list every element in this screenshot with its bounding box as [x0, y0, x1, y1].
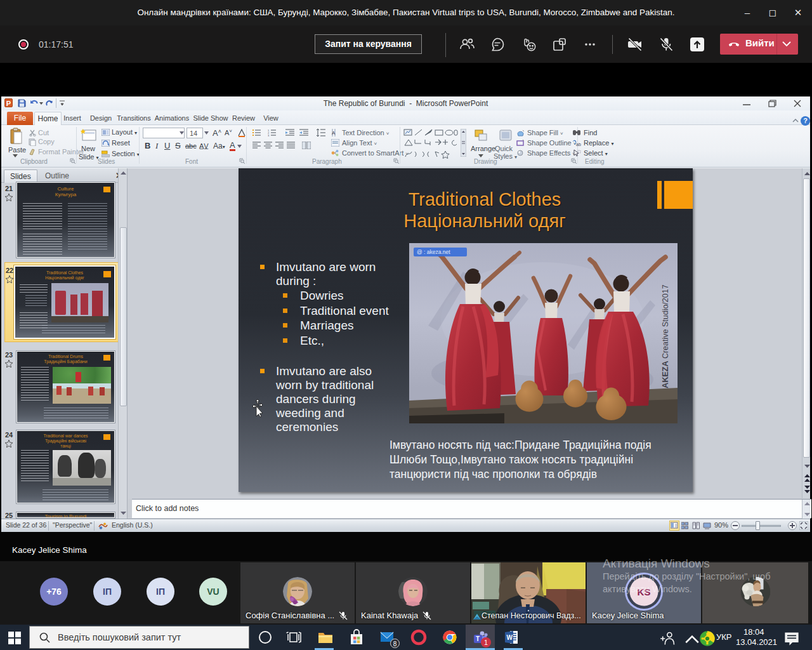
svg-text:T: T [476, 635, 480, 642]
svg-text:AKEZA Creative Studio/2017: AKEZA Creative Studio/2017 [661, 284, 670, 388]
svg-text:A: A [332, 130, 336, 136]
svg-text:ab: ab [576, 142, 581, 147]
svg-text:@ : akeza.net: @ : akeza.net [417, 249, 450, 255]
svg-text:W: W [507, 634, 513, 641]
svg-text:3: 3 [268, 134, 270, 136]
